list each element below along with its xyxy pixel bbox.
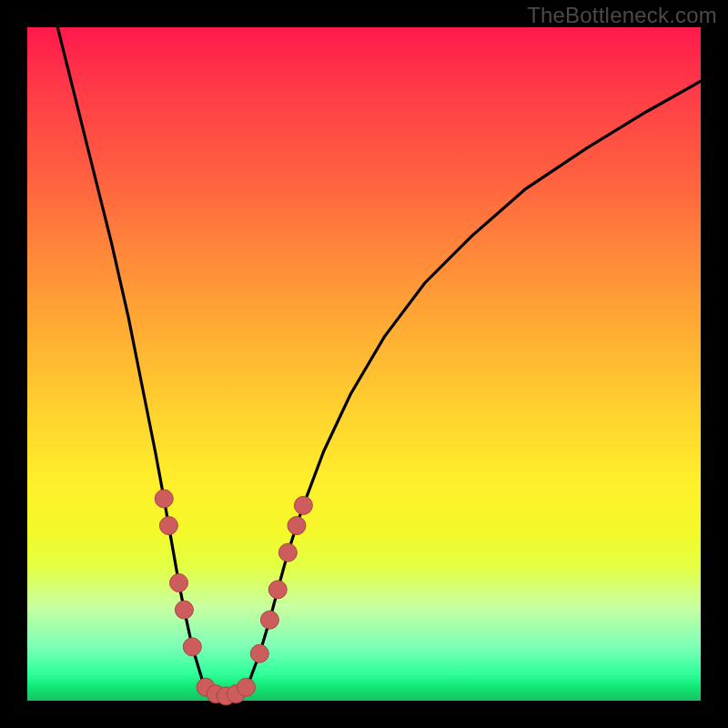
data-point: [260, 611, 278, 629]
data-point: [159, 517, 177, 535]
chart-frame: TheBottleneck.com: [0, 0, 728, 728]
data-point: [238, 678, 256, 696]
data-point: [278, 543, 297, 561]
data-point: [175, 601, 193, 619]
watermark-text: TheBottleneck.com: [527, 3, 717, 28]
data-point: [294, 496, 312, 514]
highlighted-points: [155, 490, 312, 705]
data-point: [288, 517, 306, 535]
chart-svg: [27, 27, 701, 701]
data-point: [183, 638, 201, 656]
data-point: [170, 574, 188, 592]
data-point: [155, 490, 173, 508]
data-point: [268, 581, 287, 599]
plot-area: [27, 27, 701, 701]
bottleneck-curve: [57, 27, 701, 697]
data-point: [250, 644, 268, 662]
